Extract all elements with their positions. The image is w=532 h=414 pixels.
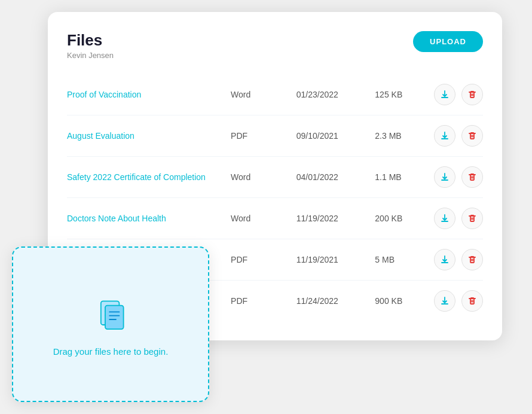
file-size: 5 MB: [375, 255, 434, 264]
file-size: 125 KB: [375, 90, 434, 99]
file-date: 09/10/2021: [296, 131, 375, 141]
download-button[interactable]: [434, 208, 455, 229]
download-icon: [440, 255, 450, 264]
file-type: Word: [231, 90, 296, 99]
delete-button[interactable]: [461, 208, 483, 229]
file-actions: [434, 208, 483, 229]
download-button[interactable]: [434, 249, 455, 270]
download-icon: [440, 90, 450, 99]
file-type: PDF: [231, 255, 296, 264]
trash-icon: [467, 255, 477, 264]
download-icon: [440, 296, 450, 306]
file-actions: [434, 290, 483, 312]
trash-icon: [467, 296, 477, 306]
file-name[interactable]: Safety 2022 Certificate of Completion: [67, 172, 231, 182]
file-size: 2.3 MB: [375, 131, 434, 141]
table-row: Proof of Vaccination Word 01/23/2022 125…: [67, 74, 483, 115]
trash-icon: [467, 214, 477, 223]
svg-rect-16: [105, 305, 124, 329]
download-icon: [440, 131, 450, 141]
documents-icon: [89, 293, 132, 336]
file-name[interactable]: Doctors Note About Health: [67, 214, 231, 223]
download-button[interactable]: [434, 166, 455, 188]
file-date: 01/23/2022: [296, 90, 375, 99]
download-icon: [440, 172, 450, 182]
file-date: 11/19/2021: [296, 255, 375, 264]
file-type: PDF: [231, 296, 296, 306]
file-date: 04/01/2022: [296, 172, 375, 182]
drag-drop-zone[interactable]: Drag your files here to begin.: [12, 246, 209, 402]
trash-icon: [467, 131, 477, 141]
trash-icon: [467, 90, 477, 99]
table-row: Doctors Note About Health Word 11/19/202…: [67, 198, 483, 239]
file-actions: [434, 84, 483, 105]
download-button[interactable]: [434, 125, 455, 147]
user-name: Kevin Jensen: [67, 51, 114, 60]
file-actions: [434, 249, 483, 270]
page-title: Files: [67, 31, 114, 50]
file-size: 200 KB: [375, 214, 434, 223]
file-actions: [434, 125, 483, 147]
file-type: Word: [231, 172, 296, 182]
file-name[interactable]: Proof of Vaccination: [67, 90, 231, 99]
delete-button[interactable]: [461, 125, 483, 147]
drag-drop-label: Drag your files here to begin.: [53, 346, 169, 357]
card-header: Files Kevin Jensen UPLOAD: [67, 31, 483, 60]
delete-button[interactable]: [461, 84, 483, 105]
file-name[interactable]: August Evaluation: [67, 131, 231, 141]
trash-icon: [467, 172, 477, 182]
table-row: Safety 2022 Certificate of Completion Wo…: [67, 157, 483, 198]
download-icon: [440, 214, 450, 223]
file-type: PDF: [231, 131, 296, 141]
delete-button[interactable]: [461, 290, 483, 312]
header-left: Files Kevin Jensen: [67, 31, 114, 60]
upload-button[interactable]: UPLOAD: [413, 31, 483, 52]
file-size: 1.1 MB: [375, 172, 434, 182]
file-date: 11/24/2022: [296, 296, 375, 306]
download-button[interactable]: [434, 290, 455, 312]
delete-button[interactable]: [461, 166, 483, 188]
delete-button[interactable]: [461, 249, 483, 270]
drag-icon-wrapper: [89, 293, 132, 336]
download-button[interactable]: [434, 84, 455, 105]
file-size: 900 KB: [375, 296, 434, 306]
file-date: 11/19/2022: [296, 214, 375, 223]
file-actions: [434, 166, 483, 188]
file-type: Word: [231, 214, 296, 223]
table-row: August Evaluation PDF 09/10/2021 2.3 MB: [67, 115, 483, 157]
